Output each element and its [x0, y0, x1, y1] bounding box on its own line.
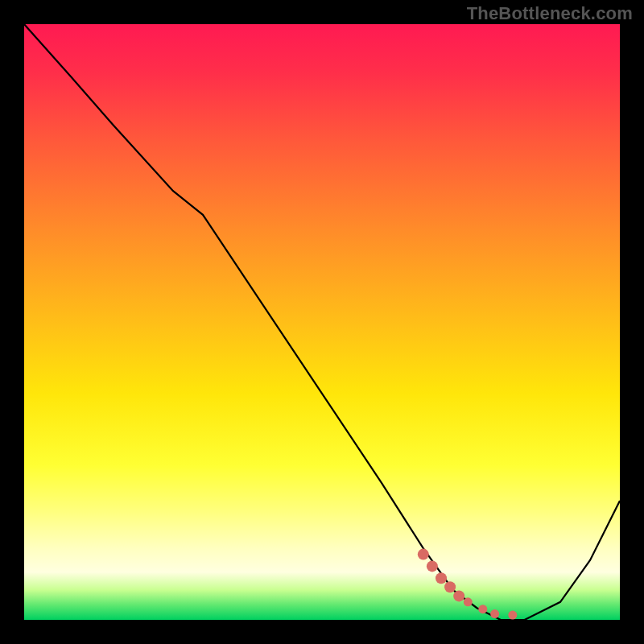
curve-layer [24, 24, 620, 620]
highlight-dot [427, 560, 438, 572]
highlight-dot [436, 572, 447, 584]
plot-area [24, 24, 620, 620]
chart-frame: TheBottleneck.com [0, 0, 644, 644]
bottleneck-curve [24, 24, 620, 620]
highlight-dot [508, 611, 517, 620]
highlight-dot [444, 581, 456, 592]
highlight-dots [418, 549, 518, 620]
highlight-dot [464, 597, 473, 606]
highlight-dot [418, 549, 429, 560]
highlight-dot [490, 609, 499, 618]
highlight-dot [478, 605, 487, 613]
highlight-dot [453, 590, 464, 601]
watermark-text: TheBottleneck.com [467, 3, 633, 24]
